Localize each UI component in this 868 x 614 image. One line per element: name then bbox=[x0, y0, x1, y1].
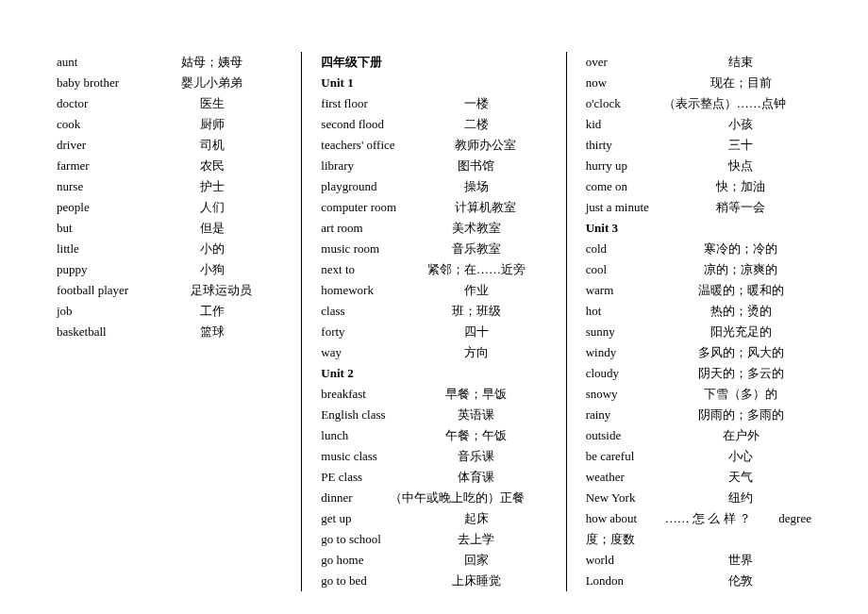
vocab-entry: music room音乐教室 bbox=[321, 239, 546, 259]
vocab-entry: basketball篮球 bbox=[57, 322, 282, 342]
vocab-entry: little小的 bbox=[57, 239, 282, 259]
definition: 美术教室 bbox=[406, 218, 546, 239]
term: computer room bbox=[321, 197, 425, 218]
vocab-entry: music class音乐课 bbox=[321, 446, 546, 467]
definition: 伦敦 bbox=[671, 571, 811, 591]
definition-line2: 度；度数 bbox=[586, 529, 811, 550]
definition: 热的；烫的 bbox=[671, 301, 811, 322]
term: go to school bbox=[321, 529, 406, 550]
vocab-entry: weather天气 bbox=[586, 467, 811, 488]
term: homework bbox=[321, 280, 406, 301]
term: hot bbox=[586, 301, 671, 322]
vocab-entry: class班；班级 bbox=[321, 301, 546, 322]
book-title: 四年级下册 bbox=[321, 52, 546, 73]
term: o'clock bbox=[586, 93, 638, 114]
vocab-entry: people人们 bbox=[57, 197, 282, 218]
vocab-entry: next to紧邻；在……近旁 bbox=[321, 259, 546, 280]
term: how about bbox=[586, 508, 638, 529]
term: warm bbox=[586, 280, 671, 301]
vocab-entry: just a minute稍等一会 bbox=[586, 197, 811, 218]
definition: 体育课 bbox=[406, 467, 546, 488]
term: playground bbox=[321, 176, 406, 197]
definition: 方向 bbox=[406, 342, 546, 363]
term: get up bbox=[321, 508, 406, 529]
vocab-entry: New York纽约 bbox=[586, 488, 811, 508]
definition: 上床睡觉 bbox=[406, 571, 546, 591]
term: forty bbox=[321, 322, 406, 342]
vocab-entry: teachers' office教师办公室 bbox=[321, 135, 546, 156]
definition: 英语课 bbox=[406, 405, 546, 425]
vocab-entry: doctor医生 bbox=[57, 93, 282, 114]
definition: 寒冷的；冷的 bbox=[671, 239, 811, 259]
term: come on bbox=[586, 176, 671, 197]
term: class bbox=[321, 301, 406, 322]
definition: 但是 bbox=[142, 218, 282, 239]
term: cold bbox=[586, 239, 671, 259]
vocab-entry: breakfast早餐；早饭 bbox=[321, 384, 546, 405]
definition: 下雪（多）的 bbox=[671, 384, 811, 405]
vocab-entry: go to bed上床睡觉 bbox=[321, 571, 546, 591]
term: be careful bbox=[586, 446, 671, 467]
vocab-entry-wrapped: how about …… 怎 么 样 ？ degree bbox=[586, 508, 811, 529]
definition: 午餐；午饭 bbox=[406, 425, 546, 446]
definition: 姑母；姨母 bbox=[142, 52, 282, 73]
definition: 小的 bbox=[142, 239, 282, 259]
definition: 紧邻；在……近旁 bbox=[406, 259, 546, 280]
term: snowy bbox=[586, 384, 671, 405]
definition: 小狗 bbox=[142, 259, 282, 280]
term: aunt bbox=[57, 52, 142, 73]
definition: 工作 bbox=[142, 301, 282, 322]
definition: 足球运动员 bbox=[160, 280, 282, 301]
definition: 三十 bbox=[671, 135, 811, 156]
vocab-entry: PE class体育课 bbox=[321, 467, 546, 488]
definition: 稍等一会 bbox=[671, 197, 811, 218]
definition: 快；加油 bbox=[671, 176, 811, 197]
definition: 回家 bbox=[406, 550, 546, 571]
vocab-entry: warm温暖的；暖和的 bbox=[586, 280, 811, 301]
vocab-entry: computer room计算机教室 bbox=[321, 197, 546, 218]
term: just a minute bbox=[586, 197, 671, 218]
definition: 阳光充足的 bbox=[671, 322, 811, 342]
term-overflow: degree bbox=[778, 508, 811, 529]
column-2: 四年级下册 Unit 1 first floor一楼 second flood二… bbox=[301, 52, 565, 591]
vocab-entry: cloudy阴天的；多云的 bbox=[586, 363, 811, 384]
vocab-entry: windy多风的；风大的 bbox=[586, 342, 811, 363]
definition: 去上学 bbox=[406, 529, 546, 550]
vocab-entry: homework作业 bbox=[321, 280, 546, 301]
term: driver bbox=[57, 135, 142, 156]
definition: 小孩 bbox=[671, 114, 811, 135]
vocab-entry: now现在；目前 bbox=[586, 73, 811, 93]
vocab-entry: job工作 bbox=[57, 301, 282, 322]
term: first floor bbox=[321, 93, 406, 114]
term: puppy bbox=[57, 259, 142, 280]
unit-heading: Unit 3 bbox=[586, 218, 811, 239]
definition: 小心 bbox=[671, 446, 811, 467]
term: rainy bbox=[586, 405, 671, 425]
vocab-entry: over结束 bbox=[586, 52, 811, 73]
term: sunny bbox=[586, 322, 671, 342]
vocab-entry: art room美术教室 bbox=[321, 218, 546, 239]
term: music room bbox=[321, 239, 406, 259]
vocab-entry: second flood二楼 bbox=[321, 114, 546, 135]
vocab-entry: playground操场 bbox=[321, 176, 546, 197]
term: but bbox=[57, 218, 142, 239]
vocab-entry: be careful小心 bbox=[586, 446, 811, 467]
column-1: aunt姑母；姨母 baby brother婴儿小弟弟 doctor医生 coo… bbox=[38, 52, 301, 591]
term: way bbox=[321, 342, 406, 363]
vocabulary-page: aunt姑母；姨母 baby brother婴儿小弟弟 doctor医生 coo… bbox=[38, 52, 830, 591]
definition: 教师办公室 bbox=[425, 135, 546, 156]
definition: （表示整点）……点钟 bbox=[638, 93, 811, 114]
definition: 人们 bbox=[142, 197, 282, 218]
term: New York bbox=[586, 488, 671, 508]
term: job bbox=[57, 301, 142, 322]
vocab-entry: library图书馆 bbox=[321, 156, 546, 176]
vocab-entry: hot热的；烫的 bbox=[586, 301, 811, 322]
definition: 一楼 bbox=[406, 93, 546, 114]
term: nurse bbox=[57, 176, 142, 197]
definition: 司机 bbox=[142, 135, 282, 156]
definition: 早餐；早饭 bbox=[406, 384, 546, 405]
definition: 医生 bbox=[142, 93, 282, 114]
definition: （中午或晚上吃的）正餐 bbox=[368, 488, 546, 508]
term: teachers' office bbox=[321, 135, 425, 156]
vocab-entry: cook厨师 bbox=[57, 114, 282, 135]
